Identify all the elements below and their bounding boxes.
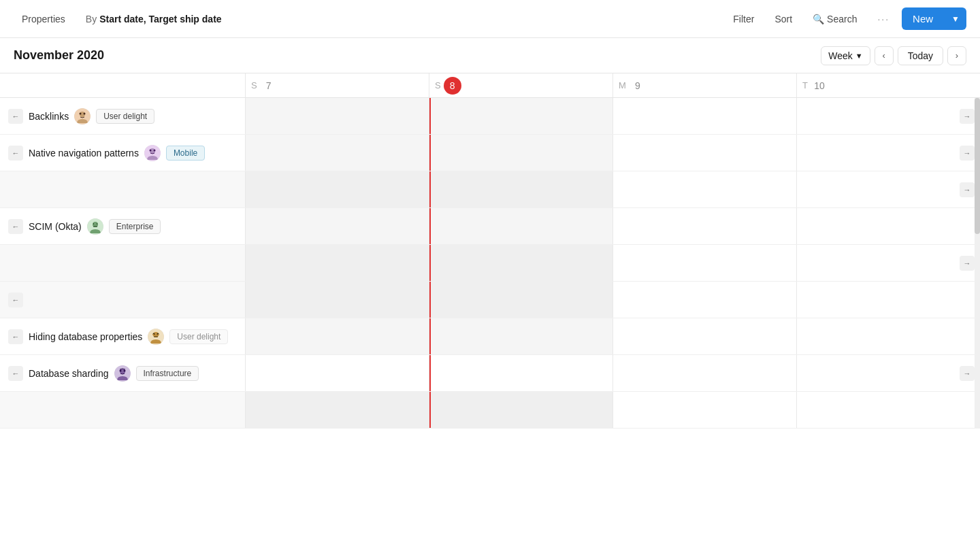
by-value: Start date, Target ship date xyxy=(99,14,221,24)
prev-arrow[interactable]: ‹ xyxy=(875,46,894,65)
week-label: Week xyxy=(828,50,853,61)
row-title-native-nav: Native navigation patterns xyxy=(29,148,139,158)
cell-bottom-t10 xyxy=(796,392,980,428)
day-number-s7: 7 xyxy=(260,77,278,95)
day-letter-t10: T xyxy=(802,80,808,90)
cell-sharding-s8 xyxy=(429,355,612,391)
tag-backlinks: User delight xyxy=(96,109,154,124)
tag-hiding: User delight xyxy=(169,329,228,344)
right-arrow-backlinks[interactable]: → xyxy=(960,109,975,124)
left-arrow-scim[interactable]: ← xyxy=(8,219,23,234)
svg-point-3 xyxy=(84,112,86,114)
grid-row-spacer2a: → xyxy=(0,245,980,282)
day-letter-s8: S xyxy=(435,80,441,90)
right-arrow-spacer2a[interactable]: → xyxy=(960,256,975,271)
right-arrow-native-nav[interactable]: → xyxy=(960,146,975,161)
tag-scim: Enterprise xyxy=(109,219,161,234)
cell-scim-s7 xyxy=(245,208,429,244)
row-label-hiding: ← Hiding database properties User deligh… xyxy=(0,318,245,354)
row-title-backlinks: Backlinks xyxy=(29,111,69,122)
right-arrow-sharding[interactable]: → xyxy=(960,366,975,381)
new-button[interactable]: New ▼ xyxy=(902,7,966,30)
week-selector[interactable]: Week ▼ xyxy=(821,46,870,65)
day-number-m9: 9 xyxy=(629,77,647,95)
day-col-s8: S 8 xyxy=(429,73,612,97)
search-label: Search xyxy=(827,14,857,24)
sort-button[interactable]: Sort xyxy=(766,10,800,29)
cell-empty2a-s8 xyxy=(429,245,612,281)
left-arrow-backlinks[interactable]: ← xyxy=(8,109,23,124)
by-button[interactable]: By Start date, Target ship date xyxy=(78,10,230,29)
cell-native-s7 xyxy=(245,135,429,171)
row-label-backlinks: ← Backlinks User delight xyxy=(0,98,245,134)
scrollbar-thumb[interactable] xyxy=(975,98,980,234)
calendar-header: November 2020 Week ▼ ‹ Today › xyxy=(0,38,980,73)
month-year: November 2020 xyxy=(14,48,104,63)
more-button[interactable]: ··· xyxy=(869,10,898,29)
cell-empty1-s8 xyxy=(429,171,612,207)
today-button[interactable]: Today xyxy=(898,46,943,65)
today-line-scim xyxy=(429,208,431,244)
cell-scim-m9 xyxy=(612,208,796,244)
left-arrow-spacer2b[interactable]: ← xyxy=(8,293,23,307)
today-line-spacer2b xyxy=(429,282,431,318)
more-label: ··· xyxy=(877,14,889,24)
row-title-sharding: Database sharding xyxy=(29,368,109,379)
properties-label: Properties xyxy=(22,14,65,24)
cell-empty2b-t10 xyxy=(796,282,980,318)
svg-point-2 xyxy=(80,112,82,114)
day-number-s8: 8 xyxy=(444,77,461,95)
cell-hiding-s8 xyxy=(429,318,612,354)
row-label-scim: ← SCIM (Okta) Enterprise xyxy=(0,208,245,244)
sort-label: Sort xyxy=(774,14,792,24)
cell-backlinks-s7 xyxy=(245,98,429,134)
next-arrow[interactable]: › xyxy=(947,46,966,65)
toolbar: Properties By Start date, Target ship da… xyxy=(0,0,980,38)
avatar-hiding xyxy=(148,329,164,345)
cell-hiding-s7 xyxy=(245,318,429,354)
svg-point-7 xyxy=(153,149,155,151)
row-title-scim: SCIM (Okta) xyxy=(29,221,82,232)
cell-native-s8 xyxy=(429,135,612,171)
properties-button[interactable]: Properties xyxy=(14,10,74,29)
chevron-down-icon: ▼ xyxy=(855,52,863,60)
row-label-bottom xyxy=(0,392,245,428)
cell-empty1-t10 xyxy=(796,171,980,207)
day-letter-s7: S xyxy=(251,80,257,90)
right-arrow-spacer1[interactable]: → xyxy=(960,182,975,197)
svg-point-20 xyxy=(123,369,125,371)
left-arrow-native-nav[interactable]: ← xyxy=(8,146,23,161)
cell-bottom-m9 xyxy=(612,392,796,428)
cell-backlinks-s8 xyxy=(429,98,612,134)
cell-sharding-m9 xyxy=(612,355,796,391)
grid-area: ← Backlinks User delight → ← xyxy=(0,98,980,429)
cell-empty1-m9 xyxy=(612,171,796,207)
search-button[interactable]: 🔍 Search xyxy=(804,10,865,29)
cell-bottom-s7 xyxy=(245,392,429,428)
scrollbar-track xyxy=(975,98,980,429)
day-number-t10: 10 xyxy=(811,77,828,95)
grid-row-spacer1: → xyxy=(0,171,980,208)
new-label: New xyxy=(902,7,944,30)
avatar-native-nav xyxy=(144,145,161,161)
day-col-t10: T 10 xyxy=(796,73,980,97)
cell-scim-s8 xyxy=(429,208,612,244)
today-line-spacer2a xyxy=(429,245,431,281)
cell-empty2b-m9 xyxy=(612,282,796,318)
grid-row-bottom xyxy=(0,392,980,429)
row-label-spacer xyxy=(0,73,245,97)
search-icon: 🔍 xyxy=(813,14,824,24)
today-line-sharding xyxy=(429,355,431,391)
row-label-empty2a xyxy=(0,245,245,281)
day-cols-header: S 7 S 8 M 9 T 10 xyxy=(0,73,980,98)
left-arrow-hiding[interactable]: ← xyxy=(8,329,23,344)
filter-button[interactable]: Filter xyxy=(725,10,762,29)
avatar-scim xyxy=(87,218,103,235)
grid-row-spacer2b: ← xyxy=(0,282,980,318)
svg-point-6 xyxy=(149,149,151,151)
left-arrow-sharding[interactable]: ← xyxy=(8,366,23,381)
day-letter-m9: M xyxy=(619,80,626,90)
day-col-m9: M 9 xyxy=(612,73,796,97)
cell-hiding-m9 xyxy=(612,318,796,354)
avatar-sharding xyxy=(114,365,131,382)
